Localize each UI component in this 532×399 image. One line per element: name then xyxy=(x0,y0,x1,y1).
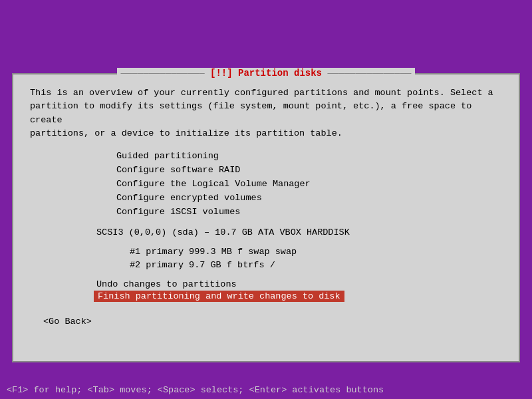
title-left-bracket: ——————————————— xyxy=(121,68,210,78)
title-right-bracket: ——————————————— xyxy=(322,68,411,78)
menu-item-raid[interactable]: Configure software RAID xyxy=(116,164,502,178)
menu-list: Guided partitioning Configure software R… xyxy=(116,150,502,219)
undo-option[interactable]: Undo changes to partitions xyxy=(96,279,502,289)
menu-item-iscsi[interactable]: Configure iSCSI volumes xyxy=(116,205,502,219)
finish-option-label[interactable]: Finish partitioning and write changes to… xyxy=(94,291,344,302)
menu-item-guided[interactable]: Guided partitioning xyxy=(116,150,502,164)
dialog-title-bar: ——————————————— [!!] Partition disks ———… xyxy=(13,68,519,78)
disk-header: SCSI3 (0,0,0) (sda) – 10.7 GB ATA VBOX H… xyxy=(96,226,502,240)
description-text: This is an overview of your currently co… xyxy=(30,86,502,140)
status-bar-text: <F1> for help; <Tab> moves; <Space> sele… xyxy=(7,385,384,395)
partition-row-1[interactable]: #1 primary 999.3 MB f swap swap xyxy=(130,245,502,259)
go-back-button[interactable]: <Go Back> xyxy=(43,317,502,327)
finish-option[interactable]: Finish partitioning and write changes to… xyxy=(30,291,502,302)
partition-row-2[interactable]: #2 primary 9.7 GB f btrfs / xyxy=(130,259,502,273)
menu-item-lvm[interactable]: Configure the Logical Volume Manager xyxy=(116,178,502,192)
dialog-title-label: [!!] Partition disks xyxy=(210,68,322,78)
menu-item-encrypted[interactable]: Configure encrypted volumes xyxy=(116,192,502,205)
partition-dialog: ——————————————— [!!] Partition disks ———… xyxy=(12,73,520,362)
status-bar: <F1> for help; <Tab> moves; <Space> sele… xyxy=(0,380,532,399)
dialog-title-text: ——————————————— [!!] Partition disks ———… xyxy=(117,68,416,78)
